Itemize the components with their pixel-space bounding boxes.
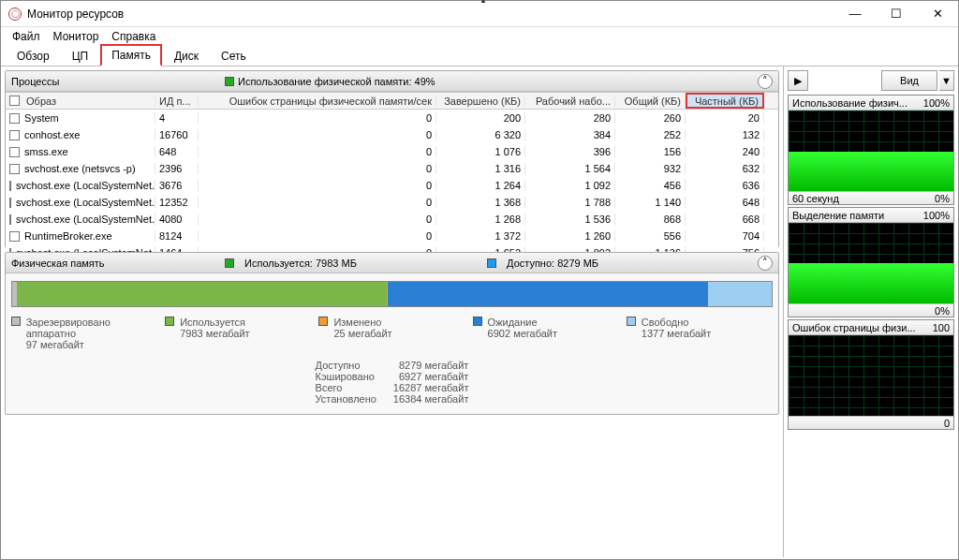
table-row[interactable]: svchost.exe (netsvcs -p)239601 3161 5649… bbox=[6, 160, 778, 177]
view-dropdown[interactable]: ▼ bbox=[939, 70, 954, 91]
col-image[interactable]: Образ bbox=[26, 96, 56, 107]
minimize-button[interactable]: — bbox=[834, 1, 876, 27]
row-checkbox[interactable] bbox=[9, 164, 20, 174]
tab-memory[interactable]: Память bbox=[100, 44, 162, 66]
table-row[interactable]: conhost.exe1676006 320384252132 bbox=[6, 126, 778, 143]
row-checkbox[interactable] bbox=[9, 231, 20, 242]
chart-sidebar: ▶ Вид ▼ Использование физич...100%60 сек… bbox=[784, 66, 958, 557]
window-title: Монитор ресурсов bbox=[27, 7, 834, 21]
tab-network[interactable]: Сеть bbox=[211, 46, 257, 66]
physical-memory-panel: Физическая память Используется: 7983 МБ … bbox=[5, 252, 779, 415]
row-checkbox[interactable] bbox=[9, 147, 20, 157]
select-all-checkbox[interactable] bbox=[9, 96, 20, 106]
col-errors[interactable]: Ошибок страницы физической памяти/сек bbox=[199, 96, 436, 107]
processes-panel: Процессы Использование физической памяти… bbox=[5, 70, 779, 248]
row-checkbox[interactable] bbox=[9, 181, 11, 191]
maximize-button[interactable]: ☐ bbox=[876, 1, 917, 27]
table-row[interactable]: svchost.exe (LocalSystemNet...1235201 36… bbox=[6, 194, 778, 211]
usage-icon bbox=[225, 77, 234, 86]
collapse-processes-button[interactable]: ˄ bbox=[758, 74, 773, 89]
chart-nav-button[interactable]: ▶ bbox=[788, 70, 808, 91]
collapse-memory-button[interactable]: ˄ bbox=[758, 256, 773, 271]
close-button[interactable]: ✕ bbox=[917, 1, 958, 27]
usage-label: Использование физической памяти: 49% bbox=[238, 76, 435, 87]
table-row[interactable]: svchost.exe (LocalSystemNet...367601 264… bbox=[6, 177, 778, 194]
memory-usage-bar bbox=[11, 281, 773, 307]
inuse-label: Используется: 7983 МБ bbox=[244, 258, 357, 269]
col-private[interactable]: ▲Частный (КБ) bbox=[686, 93, 764, 109]
col-commit[interactable]: Завершено (КБ) bbox=[436, 96, 525, 107]
view-button[interactable]: Вид bbox=[881, 70, 937, 91]
menu-bar: Файл Монитор Справка bbox=[1, 27, 958, 46]
mini-chart: Ошибок страницы физи...1000 bbox=[788, 319, 954, 430]
table-header: Образ ИД п... Ошибок страницы физической… bbox=[6, 93, 778, 110]
avail-label: Доступно: 8279 МБ bbox=[507, 258, 598, 269]
title-bar: ◯ Монитор ресурсов — ☐ ✕ bbox=[1, 1, 958, 27]
row-checkbox[interactable] bbox=[9, 113, 20, 124]
row-checkbox[interactable] bbox=[9, 198, 11, 208]
col-shared[interactable]: Общий (КБ) bbox=[615, 96, 686, 107]
mini-chart: Использование физич...100%60 секунд0% bbox=[788, 95, 954, 205]
memory-legend: Зарезервировано аппаратно97 мегабайт Исп… bbox=[6, 315, 778, 356]
processes-title: Процессы bbox=[11, 76, 59, 87]
inuse-icon bbox=[225, 258, 234, 268]
tab-bar: Обзор ЦП Память Диск Сеть bbox=[1, 46, 958, 66]
processes-table: Образ ИД п... Ошибок страницы физической… bbox=[6, 92, 778, 261]
memory-summary: Доступно Кэшировано Всего Установлено 82… bbox=[6, 356, 778, 414]
table-row[interactable]: svchost.exe (LocalSystemNet...408001 268… bbox=[6, 211, 778, 228]
col-working-set[interactable]: Рабочий набо... bbox=[525, 96, 615, 107]
row-checkbox[interactable] bbox=[9, 214, 11, 225]
menu-file[interactable]: Файл bbox=[7, 28, 46, 45]
col-pid[interactable]: ИД п... bbox=[155, 96, 199, 107]
menu-monitor[interactable]: Монитор bbox=[48, 28, 105, 45]
app-icon: ◯ bbox=[8, 7, 22, 21]
table-row[interactable]: System4020028026020 bbox=[6, 110, 778, 126]
row-checkbox[interactable] bbox=[9, 130, 20, 140]
mini-chart: Выделение памяти100%0% bbox=[788, 207, 954, 317]
tab-disk[interactable]: Диск bbox=[164, 46, 209, 66]
tab-overview[interactable]: Обзор bbox=[7, 46, 60, 66]
menu-help[interactable]: Справка bbox=[106, 28, 161, 45]
table-row[interactable]: smss.exe64801 076396156240 bbox=[6, 143, 778, 160]
physical-title: Физическая память bbox=[11, 258, 105, 269]
avail-icon bbox=[487, 258, 496, 268]
table-row[interactable]: RuntimeBroker.exe812401 3721 260556704 bbox=[6, 228, 778, 244]
tab-cpu[interactable]: ЦП bbox=[62, 46, 99, 66]
